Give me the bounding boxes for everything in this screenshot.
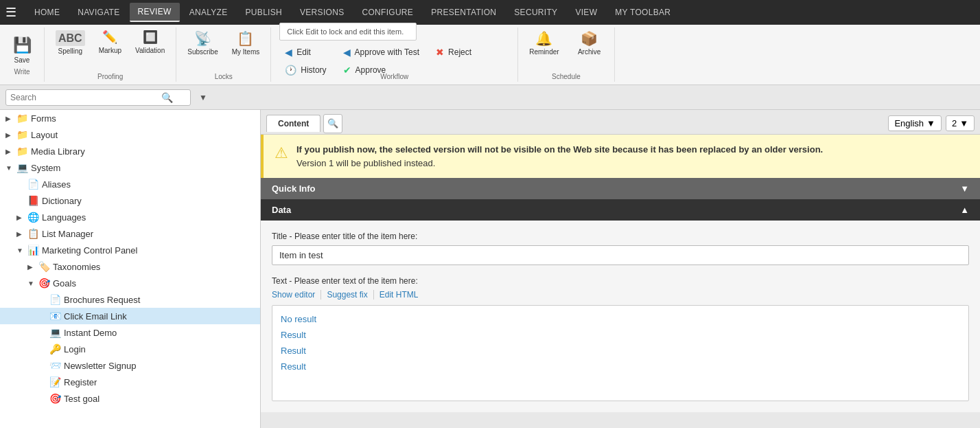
reminder-button[interactable]: 🔔 Reminder (524, 27, 564, 58)
search-dropdown-arrow[interactable]: ▼ (199, 93, 207, 102)
data-chevron: ▲ (960, 205, 969, 215)
sidebar-item-marketing[interactable]: ▼ 📊 Marketing Control Panel (0, 242, 260, 258)
approve-with-test-button[interactable]: ◀ Approve with Test (338, 45, 425, 60)
result-item-0[interactable]: No result (281, 314, 960, 324)
email-label: Click Email Link (64, 311, 127, 322)
sidebar-item-layout[interactable]: ▶ 📁 Layout (0, 126, 260, 143)
sidebar-item-brochures[interactable]: 📄 Brochures Request (0, 291, 260, 308)
language-dropdown-arrow: ▼ (926, 118, 935, 128)
tab-search-button[interactable]: 🔍 (323, 114, 342, 133)
archive-button[interactable]: 📦 Archive (570, 27, 609, 58)
ribbon-write-group: 💾 Save Write (0, 27, 45, 82)
forms-icon: 📁 (16, 113, 28, 124)
menu-publish[interactable]: PUBLISH (237, 3, 290, 21)
save-button[interactable]: 💾 Save (5, 34, 38, 66)
sidebar-item-languages[interactable]: ▶ 🌐 Languages (0, 209, 260, 225)
register-label: Register (64, 377, 97, 387)
sidebar-item-newsletter[interactable]: 📨 Newsletter Signup (0, 357, 260, 374)
search-icon[interactable]: 🔍 (161, 92, 173, 103)
subscribe-icon: 📡 (194, 30, 211, 47)
layout-expand-icon: ▶ (5, 131, 14, 139)
sidebar-item-instant-demo[interactable]: 💻 Instant Demo (0, 324, 260, 341)
spelling-button[interactable]: ABC Spelling (50, 27, 91, 58)
sidebar-item-taxonomies[interactable]: ▶ 🏷️ Taxonomies (0, 258, 260, 275)
sidebar-item-goals[interactable]: ▼ 🎯 Goals (0, 275, 260, 291)
media-label: Media Library (31, 146, 85, 157)
text-actions: Show editor Suggest fix Edit HTML (272, 290, 969, 300)
version-dropdown[interactable]: 2 ▼ (946, 115, 975, 131)
approve-icon: ✔ (343, 65, 351, 76)
sidebar-item-aliases[interactable]: 📄 Aliases (0, 176, 260, 192)
archive-icon: 📦 (581, 30, 598, 47)
warning-icon: ⚠ (275, 144, 288, 162)
quick-info-header[interactable]: Quick Info ▼ (261, 178, 980, 199)
languages-expand-icon: ▶ (16, 214, 25, 221)
search-input[interactable] (10, 93, 161, 102)
menu-versions[interactable]: VERSIONS (292, 3, 352, 21)
edit-button[interactable]: ◀ Edit (279, 45, 331, 60)
dictionary-icon: 📕 (27, 195, 39, 206)
data-header[interactable]: Data ▲ (261, 199, 980, 221)
sidebar-item-media-library[interactable]: ▶ 📁 Media Library (0, 143, 260, 159)
save-icon: 💾 (13, 36, 32, 54)
validation-label: Validation (135, 47, 165, 54)
markup-button[interactable]: ✏️ Markup (93, 27, 127, 57)
language-value: English (894, 118, 924, 128)
history-button[interactable]: 🕐 History (279, 63, 331, 78)
ribbon: 💾 Save Write ABC Spelling ✏️ Markup 🔲 Va… (0, 25, 980, 85)
system-icon: 💻 (16, 162, 28, 173)
menu-home[interactable]: HOME (26, 3, 68, 21)
hamburger-menu[interactable]: ☰ (5, 6, 16, 19)
login-label: Login (64, 344, 86, 354)
result-item-1[interactable]: Result (281, 330, 960, 340)
schedule-group-label: Schedule (552, 73, 581, 80)
reject-button[interactable]: ✖ Reject (430, 45, 477, 60)
goals-label: Goals (53, 278, 76, 289)
subscribe-button[interactable]: 📡 Subscribe (182, 27, 223, 58)
title-input[interactable] (272, 245, 969, 265)
validation-button[interactable]: 🔲 Validation (130, 27, 170, 57)
tab-content[interactable]: Content (266, 115, 320, 132)
content-area: Content 🔍 English ▼ 2 ▼ ⚠ If y (261, 110, 980, 428)
text-content-box: No result Result Result Result (272, 305, 969, 401)
language-dropdown[interactable]: English ▼ (888, 115, 942, 131)
forms-expand-icon: ▶ (5, 115, 14, 122)
show-editor-button[interactable]: Show editor (272, 290, 321, 300)
archive-label: Archive (578, 48, 600, 56)
menu-review[interactable]: REVIEW (130, 3, 180, 22)
instant-demo-label: Instant Demo (64, 328, 117, 338)
sidebar-item-login[interactable]: 🔑 Login (0, 341, 260, 357)
menu-analyze[interactable]: ANALYZE (181, 3, 236, 21)
menu-presentation[interactable]: PRESENTATION (423, 3, 504, 21)
result-item-2[interactable]: Result (281, 346, 960, 356)
menu-navigate[interactable]: NAVIGATE (69, 3, 128, 21)
workflow-group-label: Workflow (380, 73, 408, 80)
sidebar-item-system[interactable]: ▼ 💻 System (0, 159, 260, 176)
menu-view[interactable]: VIEW (567, 3, 605, 21)
sidebar-item-dictionary[interactable]: 📕 Dictionary (0, 192, 260, 209)
warning-banner: ⚠ If you publish now, the selected versi… (261, 135, 980, 178)
sidebar-item-test-goal[interactable]: 🎯 Test goal (0, 390, 260, 407)
sidebar-item-click-email[interactable]: 📧 Click Email Link (0, 308, 260, 324)
ribbon-locks-group: 📡 Subscribe 📋 My Items Locks (176, 27, 271, 82)
edit-html-button[interactable]: Edit HTML (374, 290, 424, 300)
languages-label: Languages (42, 212, 86, 223)
list-manager-icon: 📋 (27, 228, 39, 239)
menu-security[interactable]: SECURITY (506, 3, 565, 21)
menu-configure[interactable]: CONFIGURE (353, 3, 421, 21)
quick-info-label: Quick Info (272, 183, 316, 194)
sidebar-item-list-manager[interactable]: ▶ 📋 List Manager (0, 225, 260, 242)
history-label: History (301, 65, 326, 75)
suggest-fix-button[interactable]: Suggest fix (321, 290, 373, 300)
sidebar-item-register[interactable]: 📝 Register (0, 374, 260, 390)
result-item-3[interactable]: Result (281, 361, 960, 372)
ribbon-proofing-group: ABC Spelling ✏️ Markup 🔲 Validation Proo… (45, 27, 176, 82)
list-manager-label: List Manager (42, 229, 93, 239)
test-goal-icon: 🎯 (49, 393, 61, 404)
menu-my-toolbar[interactable]: MY TOOLBAR (607, 3, 679, 21)
my-items-button[interactable]: 📋 My Items (226, 27, 266, 58)
media-icon: 📁 (16, 146, 28, 157)
languages-icon: 🌐 (27, 212, 39, 223)
sidebar-item-forms[interactable]: ▶ 📁 Forms (0, 110, 260, 126)
proofing-group-label: Proofing (97, 73, 123, 80)
